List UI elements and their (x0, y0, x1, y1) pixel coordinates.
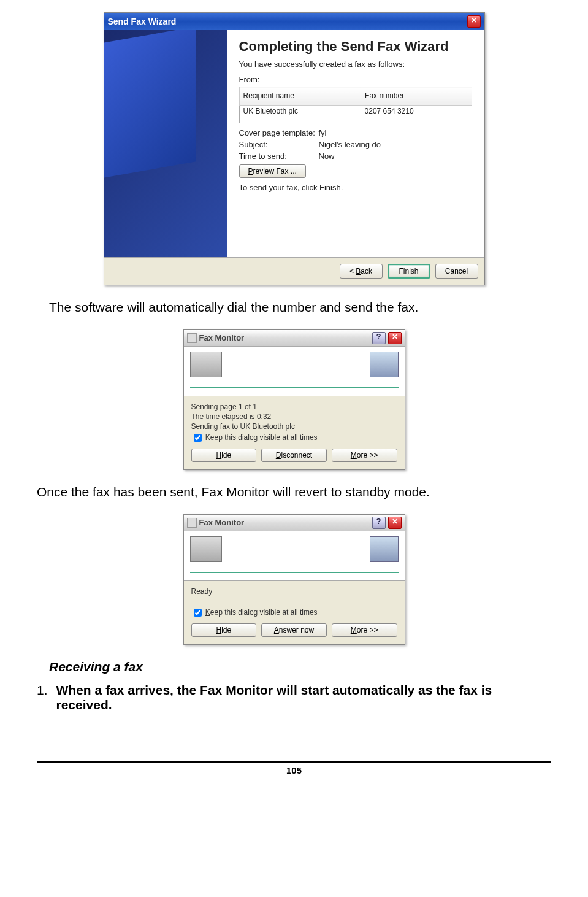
answer-now-button[interactable]: Answer now (261, 623, 327, 637)
help-icon[interactable]: ? (372, 332, 386, 344)
help-icon[interactable]: ? (372, 517, 386, 529)
fax-monitor-ready-dialog: Fax Monitor ? ✕ Ready Keep this dialog v… (183, 514, 405, 645)
monitor1-title: Fax Monitor (199, 333, 245, 342)
keep-visible-label: eep this dialog visible at all times (210, 608, 318, 617)
computer-icon (370, 352, 399, 377)
more-button[interactable]: More >> (332, 448, 397, 462)
monitor2-title: Fax Monitor (199, 518, 245, 527)
finish-button[interactable]: Finish (388, 264, 430, 279)
preview-fax-label: review Fax ... (253, 167, 297, 175)
fax-monitor-sending-dialog: Fax Monitor ? ✕ Sending page 1 of 1 The … (183, 329, 405, 470)
step-number: 1. (37, 683, 48, 712)
step-1: 1. When a fax arrives, the Fax Monitor w… (37, 683, 551, 712)
status-ready: Ready (191, 587, 397, 596)
keep-visible-checkbox[interactable] (194, 434, 202, 442)
keep-visible-checkbox[interactable] (194, 609, 202, 617)
time-value: Now (319, 152, 335, 161)
more-button[interactable]: More >> (332, 623, 397, 637)
monitor1-visual (184, 347, 405, 396)
from-label: From: (239, 75, 472, 84)
cover-value: fyi (319, 128, 327, 137)
cell-fax-number: 0207 654 3210 (361, 105, 472, 123)
close-icon[interactable]: ✕ (467, 15, 481, 28)
wizard-titlebar: Send Fax Wizard ✕ (104, 13, 484, 30)
monitor2-visual (184, 531, 405, 581)
finish-instruction: To send your fax, click Finish. (239, 183, 472, 192)
time-label: Time to send: (239, 152, 319, 161)
monitor2-titlebar: Fax Monitor ? ✕ (184, 515, 405, 531)
back-button[interactable]: < Back (340, 264, 383, 279)
status-line-2: The time elapsed is 0:32 (191, 412, 397, 421)
fax-monitor-icon (187, 518, 197, 528)
body-text-2: Once the fax has been sent, Fax Monitor … (37, 485, 551, 499)
cell-recipient: UK Bluetooth plc (239, 105, 361, 123)
status-line-1: Sending page 1 of 1 (191, 402, 397, 411)
wizard-title: Send Fax Wizard (108, 17, 177, 26)
disconnect-button[interactable]: Disconnect (261, 448, 327, 462)
send-fax-wizard-dialog: Send Fax Wizard ✕ Completing the Send Fa… (104, 12, 485, 285)
preview-fax-button[interactable]: Preview Fax ... (239, 164, 306, 178)
recipient-table: Recipient name Fax number UK Bluetooth p… (239, 87, 472, 123)
fax-machine-icon (190, 536, 222, 562)
cancel-button[interactable]: Cancel (435, 264, 478, 279)
hide-button[interactable]: Hide (191, 623, 257, 637)
wizard-side-graphic (104, 30, 227, 257)
wizard-footer: < Back Finish Cancel (104, 257, 484, 285)
close-icon[interactable]: ✕ (388, 332, 402, 344)
keep-visible-label: eep this dialog visible at all times (210, 433, 318, 442)
th-recipient: Recipient name (239, 87, 361, 106)
fax-machine-icon (190, 352, 222, 377)
cover-label: Cover page template: (239, 128, 319, 137)
subject-value: Nigel's leaving do (319, 140, 381, 149)
step-text: When a fax arrives, the Fax Monitor will… (56, 683, 551, 712)
status-line-3: Sending fax to UK Bluetooth plc (191, 422, 397, 431)
fax-monitor-icon (187, 333, 197, 343)
page-footer: 105 (37, 761, 551, 776)
page-number: 105 (286, 765, 302, 776)
close-icon[interactable]: ✕ (388, 517, 402, 529)
body-text-1: The software will automatically dial the… (49, 300, 551, 315)
hide-button[interactable]: Hide (191, 448, 257, 462)
th-fax-number: Fax number (361, 87, 472, 106)
table-row[interactable]: UK Bluetooth plc 0207 654 3210 (239, 105, 472, 123)
monitor1-titlebar: Fax Monitor ? ✕ (184, 330, 405, 347)
subject-label: Subject: (239, 140, 319, 149)
progress-line (190, 572, 399, 573)
wizard-heading: Completing the Send Fax Wizard (239, 39, 472, 55)
receiving-heading: Receiving a fax (49, 660, 551, 674)
computer-icon (370, 536, 399, 562)
progress-line (190, 387, 399, 388)
wizard-subtext: You have successfully created a fax as f… (239, 60, 472, 69)
